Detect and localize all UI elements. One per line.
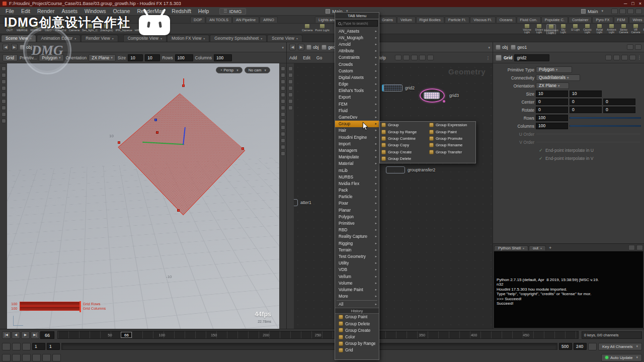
shelf-tab[interactable]: Container [569, 17, 592, 23]
tab-menu-item[interactable]: Constraints [335, 54, 379, 61]
window-control-button[interactable]: □ [631, 1, 634, 6]
tab-menu-item[interactable]: Crowds [335, 61, 379, 67]
menu-item[interactable]: Assets [58, 8, 81, 14]
toolbar-icon[interactable] [627, 9, 634, 14]
shelf-tab[interactable]: Viscous Fl. [470, 17, 496, 23]
tab-menu-item[interactable]: Pixar [335, 200, 379, 207]
playbar-setting-icon[interactable] [42, 354, 51, 361]
pane-tab[interactable]: Python Shell [494, 245, 528, 250]
shelf-tab[interactable]: Pyro FX [592, 17, 613, 23]
tab-menu-item[interactable]: Pack [335, 187, 379, 194]
network-toolbar-icon[interactable] [419, 55, 426, 60]
toolbar-icon[interactable] [635, 9, 642, 14]
pane-tab[interactable]: Scene View [267, 35, 302, 42]
path-dropdown[interactable] [280, 45, 284, 50]
shelf-tool[interactable]: Portal Light [595, 24, 604, 35]
center-field[interactable]: 0 [536, 99, 568, 105]
tab-menu-item[interactable]: Attribute [335, 48, 379, 54]
tab-menu-item[interactable]: More [335, 293, 379, 300]
display-option-icon[interactable] [281, 145, 285, 149]
tab-menu-item[interactable]: Material [335, 160, 379, 167]
menu-item[interactable]: Help [195, 8, 213, 14]
display-option-icon[interactable] [281, 66, 285, 71]
submenu-item[interactable]: Group [380, 122, 428, 128]
params-toolbar-icon[interactable] [629, 55, 636, 60]
shelf-tab[interactable]: Wires [629, 17, 644, 23]
transport-button[interactable]: ▶ [21, 331, 30, 339]
rotate-field[interactable]: 0 [603, 107, 635, 113]
breadcrumb[interactable]: obj [496, 45, 508, 50]
shelf-tab[interactable]: AN TOOLS [206, 17, 232, 23]
viewport-tool-icon[interactable] [2, 66, 6, 71]
tab-menu-item[interactable]: Digital Assets [335, 74, 379, 80]
hud-slider-bar[interactable] [20, 302, 81, 306]
transport-button[interactable]: ◀ [12, 331, 20, 339]
size-y-field[interactable]: 10 [145, 54, 160, 61]
tab-menu-item[interactable]: AN_Mograph [335, 34, 379, 41]
shelf-tool[interactable]: Ambient Light [607, 24, 616, 35]
display-option-icon[interactable] [281, 93, 285, 97]
network-toolbar-icon[interactable] [427, 55, 434, 60]
shelf-tab[interactable]: FEM [614, 17, 629, 23]
x-axis-handle[interactable] [183, 78, 184, 85]
viewport-tool-icon[interactable] [2, 93, 6, 97]
shelf-tool[interactable]: Sky Light [558, 24, 568, 35]
shelf-tab[interactable]: Oceans [496, 17, 516, 23]
network-tool-icon[interactable] [288, 86, 293, 90]
network-tool-icon[interactable] [288, 79, 293, 84]
params-toolbar-icon[interactable] [605, 55, 612, 60]
toolbar-icon[interactable] [619, 9, 626, 14]
menu-item[interactable]: Edit [18, 8, 34, 14]
orientation-dropdown[interactable]: ZX Plane [536, 82, 569, 89]
current-frame-field[interactable]: 66 [40, 331, 54, 339]
history-item[interactable]: Group by Range [335, 340, 379, 347]
tab-menu-item[interactable]: Primitive [335, 220, 379, 226]
tab-menu-item[interactable]: Particle [335, 194, 379, 200]
submenu-item[interactable]: Group Expression [428, 122, 475, 128]
playbar-setting-icon[interactable] [22, 354, 31, 361]
idmg-menu[interactable]: IDMG [219, 8, 246, 15]
shelf-tool[interactable]: VR Camera [631, 24, 640, 35]
submenu-item[interactable]: Group Copy [380, 142, 428, 148]
shelf-tool[interactable]: Volume Light [522, 24, 532, 35]
menu-item[interactable]: Octane [110, 8, 134, 14]
center-field[interactable]: 0 [603, 99, 635, 105]
viewport-tool-icon[interactable] [2, 99, 6, 104]
playbar-option-icon[interactable] [2, 343, 11, 350]
timeline-ruler[interactable]: 50100150200250300350400450 66 [57, 331, 579, 339]
menu-item[interactable]: File [2, 8, 18, 14]
size-field[interactable]: 10 [536, 90, 568, 97]
shelf-tool[interactable]: Stereo Camera [619, 24, 628, 35]
rows-field[interactable]: 100 [536, 115, 568, 121]
primitive-type-dropdown[interactable]: Polygon [536, 66, 572, 73]
checkbox-checked-icon[interactable]: ✓ [539, 148, 544, 153]
node-scatter1[interactable]: atter1 [294, 199, 311, 206]
grid-handle[interactable] [177, 209, 180, 212]
transport-button[interactable]: |◀ [2, 331, 11, 339]
display-option-icon[interactable] [281, 151, 285, 156]
submenu-item[interactable]: Group Rename [428, 142, 475, 148]
window-control-button[interactable]: ─ [624, 1, 627, 6]
submenu-item[interactable]: Group Transfer [428, 149, 475, 155]
playback-start-field[interactable]: 1 [47, 343, 60, 350]
viewport-tool-icon[interactable] [2, 86, 6, 90]
orientation-dropdown[interactable]: ZX Plane [89, 54, 115, 61]
tab-menu-item[interactable]: NURBS [335, 173, 379, 180]
rotate-field[interactable]: 0 [536, 107, 568, 113]
pane-tab[interactable]: Render View [81, 35, 118, 42]
grid-hand le[interactable] [118, 141, 120, 144]
display-option-icon[interactable] [281, 125, 285, 130]
back-button[interactable]: ◀ [289, 44, 296, 50]
network-toolbar-icon[interactable] [411, 55, 418, 60]
viewport-tool-icon[interactable] [2, 106, 6, 110]
key-all-channels-button[interactable]: Key All Channels [598, 343, 642, 350]
tab-menu-item[interactable]: Test Geometry [335, 253, 379, 259]
tab-menu-item[interactable]: Planar [335, 207, 379, 213]
center-field[interactable]: 0 [570, 99, 602, 105]
hud-slider[interactable]: 100 Grid Rows [11, 302, 106, 306]
tab-menu-item[interactable]: Manipulate [335, 154, 379, 160]
hud-slider-handle[interactable] [79, 306, 81, 312]
network-tool-icon[interactable] [288, 106, 293, 110]
forward-button[interactable]: ▶ [298, 44, 304, 50]
network-tool-icon[interactable] [288, 66, 293, 71]
